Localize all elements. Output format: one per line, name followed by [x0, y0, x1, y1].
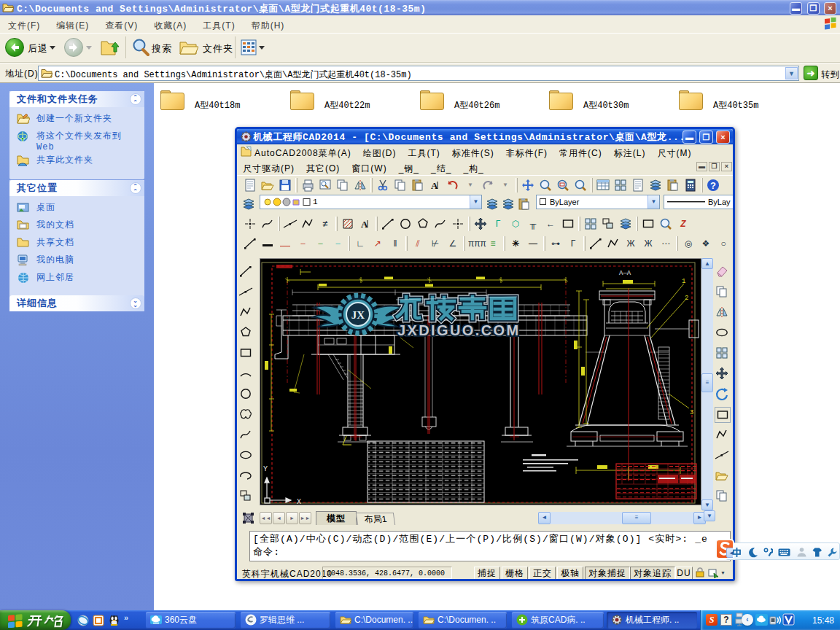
- svg-text:JX: JX: [351, 309, 365, 321]
- svg-text:A—A: A—A: [619, 270, 631, 277]
- svg-text:X: X: [297, 498, 301, 505]
- svg-text:1: 1: [682, 278, 685, 285]
- svg-text:3: 3: [690, 409, 693, 416]
- svg-text:2: 2: [685, 295, 688, 302]
- svg-text:JXDIGUO.COM: JXDIGUO.COM: [397, 322, 521, 338]
- svg-text:Y: Y: [263, 465, 268, 473]
